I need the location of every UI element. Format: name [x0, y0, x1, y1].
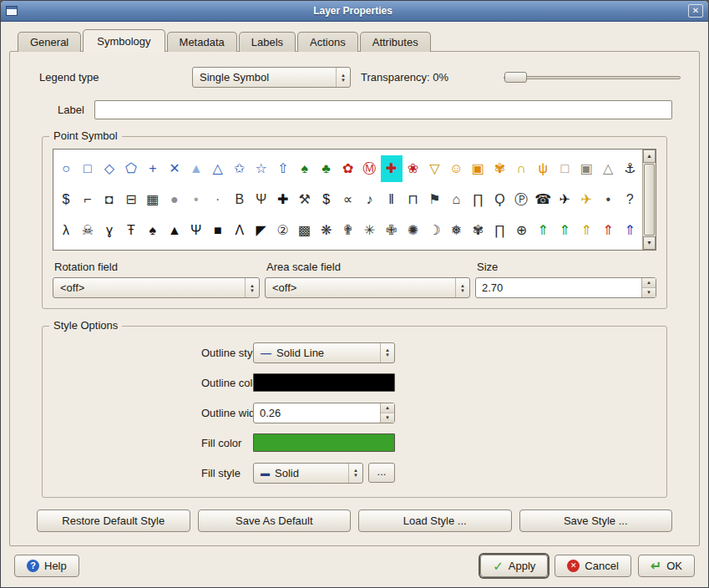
size-down-button[interactable]: ▼	[642, 288, 656, 297]
diamond-marker-icon[interactable]: ◇	[99, 155, 120, 182]
corner-flag-icon[interactable]: ◤	[251, 217, 272, 244]
load-style-button[interactable]: Load Style ...	[358, 509, 512, 532]
golf-flag-icon[interactable]: ⚑	[423, 186, 445, 213]
small-dot-icon[interactable]: •	[597, 186, 619, 213]
b-droplet-icon[interactable]: B	[229, 186, 251, 213]
crosshair-icon[interactable]: ⊕	[510, 217, 532, 244]
car-icon[interactable]: ⊟	[120, 186, 142, 213]
tab-general[interactable]: General	[18, 32, 81, 52]
apply-button[interactable]: ✓ Apply	[480, 555, 548, 577]
scroll-thumb[interactable]	[644, 164, 655, 236]
deciduous-tree-icon[interactable]: ♣	[316, 155, 337, 182]
museum-icon[interactable]: ∏	[489, 217, 510, 244]
pentagon-marker-icon[interactable]: ⬠	[120, 155, 142, 182]
label-input[interactable]	[94, 100, 672, 119]
help-button[interactable]: ? Help	[14, 555, 79, 577]
cutlery-icon[interactable]: ‖	[381, 186, 403, 213]
area-scale-field-combo[interactable]: <off> ▲▼	[265, 277, 470, 298]
dollar-icon[interactable]: $	[55, 186, 77, 213]
sun-gear-icon[interactable]: ✺	[403, 217, 424, 244]
medical-cross-icon[interactable]: ✚	[272, 186, 294, 213]
square-marker-icon[interactable]: □	[77, 155, 99, 182]
cross-country-skier-icon[interactable]: ɣ	[99, 217, 120, 244]
sphere-icon[interactable]: ●	[164, 186, 185, 213]
arrow-circle-blue-icon[interactable]: ⇑	[619, 217, 641, 244]
gray-triangle-icon[interactable]: △	[597, 155, 619, 182]
save-as-default-button[interactable]: Save As Default	[198, 509, 352, 532]
outline-color-button[interactable]	[253, 373, 395, 392]
tree-black-icon[interactable]: ♠	[142, 217, 164, 244]
star-outline-marker-icon[interactable]: ✩	[229, 155, 251, 182]
white-square-icon[interactable]: □	[554, 155, 575, 182]
snowflake-circle-icon[interactable]: ❅	[445, 217, 467, 244]
goblet-icon[interactable]: ▽	[423, 155, 445, 182]
gear-icon[interactable]: ❋	[316, 217, 337, 244]
bank-icon[interactable]: ∏	[467, 186, 489, 213]
fill-style-browse-button[interactable]: ...	[368, 463, 395, 483]
photo-frame-icon[interactable]: ▣	[467, 155, 489, 182]
star-marker-icon[interactable]: ☆	[251, 155, 272, 182]
tab-labels[interactable]: Labels	[239, 32, 296, 52]
size-spinbox[interactable]: 2.70 ▲▼	[475, 277, 656, 298]
question-box-icon[interactable]: ?	[619, 186, 641, 213]
outline-width-spinbox[interactable]: 0.26 ▲▼	[253, 403, 395, 423]
flower-rosette-icon[interactable]: ❀	[403, 155, 424, 182]
m-circle-icon[interactable]: Ⓜ	[359, 155, 381, 182]
hikers-icon[interactable]: Ψ	[251, 186, 272, 213]
tools-icon[interactable]: ⚒	[294, 186, 316, 213]
fuel-pump-icon[interactable]: ⊓	[403, 186, 424, 213]
plus-marker-icon[interactable]: +	[142, 155, 164, 182]
hang-glider-icon[interactable]: Ŧ	[120, 217, 142, 244]
padlock-icon[interactable]: ∩	[510, 155, 532, 182]
arrow-circle-red-icon[interactable]: ⇑	[597, 217, 619, 244]
airplane-icon[interactable]: ✈	[554, 186, 575, 213]
arrow-circle-yellow-icon[interactable]: ⇑	[575, 217, 597, 244]
pine-tree-icon[interactable]: ▲	[164, 217, 185, 244]
pedestrian-icon[interactable]: Ψ	[185, 217, 207, 244]
fill-style-combo[interactable]: ▬ Solid ▲▼	[253, 463, 363, 484]
flower-icon[interactable]: ✿	[337, 155, 359, 182]
outline-style-combo[interactable]: — Solid Line ▲▼	[253, 342, 395, 363]
number-2-circle-icon[interactable]: ②	[272, 217, 294, 244]
black-square-icon[interactable]: ■	[207, 217, 229, 244]
handgun-icon[interactable]: ⌐	[77, 186, 99, 213]
triangle-filled-marker-icon[interactable]: ▲	[185, 155, 207, 182]
leaf-icon[interactable]: ✾	[489, 155, 510, 182]
outline-width-up-button[interactable]: ▲	[381, 403, 394, 413]
skier-icon[interactable]: λ	[55, 217, 77, 244]
boxed-square-icon[interactable]: ▣	[575, 155, 597, 182]
hands-icon[interactable]: ψ	[532, 155, 554, 182]
save-style-button[interactable]: Save Style ...	[519, 509, 673, 532]
skull-crossbones-icon[interactable]: ☠	[77, 217, 99, 244]
close-button[interactable]: ✕	[688, 4, 703, 18]
crescent-moon-icon[interactable]: ☽	[423, 217, 445, 244]
circle-marker-icon[interactable]: ○	[55, 155, 77, 182]
telephone-icon[interactable]: ☎	[532, 186, 554, 213]
house-icon[interactable]: ⌂	[445, 186, 467, 213]
music-note-icon[interactable]: ♪	[359, 186, 381, 213]
size-up-button[interactable]: ▲	[642, 278, 656, 288]
tab-metadata[interactable]: Metadata	[167, 32, 237, 52]
tab-actions[interactable]: Actions	[297, 32, 358, 52]
legend-type-combo[interactable]: Single Symbol ▲▼	[192, 67, 351, 88]
plant-circle-icon[interactable]: ✾	[467, 217, 489, 244]
arrow-up-marker-icon[interactable]: ⇧	[272, 155, 294, 182]
triangle-marker-icon[interactable]: △	[207, 155, 229, 182]
ok-button[interactable]: ↵ OK	[638, 555, 695, 577]
scroll-down-button[interactable]: ▼	[643, 236, 656, 250]
outline-width-down-button[interactable]: ▼	[381, 413, 394, 423]
sphere-small-icon[interactable]: •	[185, 186, 207, 213]
cancel-button[interactable]: ✕ Cancel	[555, 555, 631, 577]
slider-handle[interactable]	[504, 72, 527, 83]
cross-shield-icon[interactable]: ✟	[337, 217, 359, 244]
fill-color-button[interactable]	[253, 433, 395, 452]
balloon-tree-icon[interactable]: Ϙ	[489, 186, 510, 213]
parking-icon[interactable]: Ⓟ	[510, 186, 532, 213]
cross-x-marker-icon[interactable]: ✕	[164, 155, 185, 182]
airplane-yellow-icon[interactable]: ✈	[575, 186, 597, 213]
dot-icon[interactable]: ·	[207, 186, 229, 213]
arrow-circle-green2-icon[interactable]: ⇑	[554, 217, 575, 244]
conifer-tree-icon[interactable]: ♠	[294, 155, 316, 182]
transit-building-icon[interactable]: ▩	[294, 217, 316, 244]
smiley-icon[interactable]: ☺	[445, 155, 467, 182]
